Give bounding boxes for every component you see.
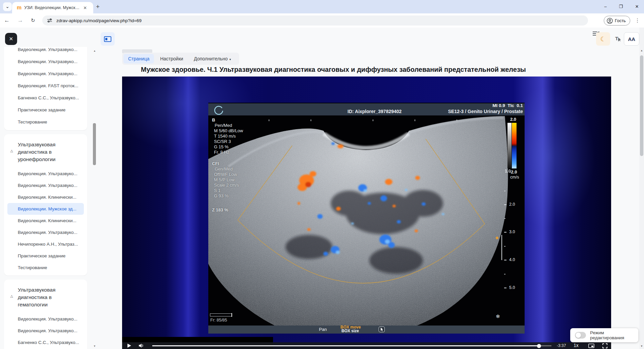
b-mode-label: B bbox=[212, 117, 215, 123]
cfi-param: Gen/Med bbox=[215, 166, 232, 172]
edit-mode-control: Режим редактирования bbox=[570, 328, 638, 342]
b-mode-param: SC/SR 3 bbox=[214, 139, 231, 145]
page-tabs: Страница Настройки Дополнительно▾ bbox=[122, 53, 239, 65]
depth-label: 2.0 bbox=[509, 202, 515, 207]
section-title: Ультразвуковая диагностика в уронефролог… bbox=[18, 142, 55, 162]
sidebar-item[interactable]: Багненко С.С., Ультразвуко... bbox=[4, 337, 87, 348]
pointer-mode-icon bbox=[379, 327, 385, 332]
tab-search-chevron-icon[interactable]: ⌄ bbox=[3, 2, 12, 11]
cfi-param: S 1 bbox=[214, 188, 221, 194]
video-controls-bar: -3:37 1x bbox=[122, 342, 611, 349]
sidebar-item[interactable]: Нечипоренко А.Н., Ультраз... bbox=[4, 238, 87, 250]
back-icon[interactable]: ← bbox=[4, 13, 10, 28]
tab-settings[interactable]: Настройки bbox=[155, 54, 188, 63]
course-section-card: △ Ультразвуковая диагностика в уронефрол… bbox=[4, 134, 87, 276]
velocity-color-bar bbox=[512, 123, 517, 168]
sidebar-item-current[interactable]: Видеолекции. Мужское зд... bbox=[7, 203, 84, 215]
tab-more[interactable]: Дополнительно▾ bbox=[189, 54, 235, 63]
sidebar-item[interactable]: Видеолекция. FAST проток... bbox=[4, 80, 87, 92]
sidebar-item[interactable]: Видеолекция. Ультразвуко... bbox=[4, 313, 87, 325]
pip-icon[interactable] bbox=[588, 344, 594, 348]
edit-mode-toggle[interactable] bbox=[575, 332, 586, 339]
playback-speed-button[interactable]: 1x bbox=[574, 343, 579, 348]
url-text: zdrav-apkipp.ru/mod/page/view.php?id=69 bbox=[56, 18, 142, 23]
ultrasound-fan-image bbox=[208, 103, 525, 334]
sidebar-item[interactable]: Практическое задание bbox=[4, 250, 87, 262]
sidebar-scroll-down-icon[interactable]: ▾ bbox=[93, 344, 97, 348]
window-close-button[interactable]: ✕ bbox=[631, 0, 643, 13]
cine-progress bbox=[210, 313, 232, 316]
seek-handle[interactable] bbox=[537, 344, 541, 348]
browser-tab-strip: ⌄ m УЗИ: Видеолекции. Мужское з ✕ + – ❐ … bbox=[0, 0, 644, 13]
window-minimize-button[interactable]: – bbox=[600, 0, 611, 13]
video-player[interactable]: MI 0.9 TIc 0.1 ID: Aixplorer_397829402 S… bbox=[122, 77, 611, 349]
b-mode-param: M 5/60 dB/Low bbox=[214, 128, 243, 134]
new-tab-button[interactable]: + bbox=[96, 3, 100, 10]
tab-close-icon[interactable]: ✕ bbox=[83, 5, 87, 10]
sidebar-item[interactable]: Видеолекция. Клинически... bbox=[4, 191, 87, 203]
page-scrollbar-thumb[interactable] bbox=[640, 55, 643, 156]
section-header[interactable]: △ Ультразвуковая диагностика в гематолог… bbox=[4, 283, 87, 310]
sidebar-item[interactable]: Видеолекция. Ультразвуко... bbox=[4, 180, 87, 191]
volume-icon[interactable] bbox=[139, 343, 144, 348]
cfi-label: CFI bbox=[212, 161, 219, 167]
sidebar-item[interactable]: Видеолекция. Ультразвуко... bbox=[4, 168, 87, 180]
pan-label: Pan bbox=[319, 327, 327, 332]
section-collapse-icon[interactable]: △ bbox=[10, 294, 13, 299]
ultrasound-screen: MI 0.9 TIc 0.1 ID: Aixplorer_397829402 S… bbox=[208, 103, 525, 334]
profile-button[interactable]: Гость bbox=[604, 16, 630, 26]
tab-page[interactable]: Страница bbox=[123, 54, 154, 63]
sidebar-item[interactable]: Видеолекция. Ультразвуко... bbox=[4, 68, 87, 80]
accessibility-tool-icon[interactable]: T bbox=[614, 35, 621, 43]
tab-title: УЗИ: Видеолекции. Мужское з bbox=[24, 5, 81, 10]
font-size-button[interactable]: AA bbox=[624, 32, 639, 46]
sidebar-item[interactable]: Видеолекция. Клинически... bbox=[4, 215, 87, 227]
browser-menu-icon[interactable]: ⋮ bbox=[635, 13, 640, 28]
color-bar-min: -2.0 bbox=[509, 169, 517, 174]
course-section-card: Видеолекция. Ультразвуко... Видеолекции.… bbox=[4, 47, 87, 130]
fullscreen-icon[interactable] bbox=[602, 343, 607, 348]
chevron-down-icon: ▾ bbox=[229, 58, 231, 61]
sidebar-item[interactable]: Видеолекция. Ультразвуко... bbox=[4, 47, 87, 56]
b-mode-param: G 15 % bbox=[214, 144, 228, 150]
forward-icon[interactable]: → bbox=[17, 13, 23, 28]
box-size-label: BOX size bbox=[341, 329, 359, 333]
sidebar-item[interactable]: Тестирование bbox=[4, 262, 87, 273]
dark-mode-button[interactable]: ☾ bbox=[596, 32, 610, 46]
page-scroll-down-icon[interactable]: ▾ bbox=[640, 344, 644, 348]
seek-bar[interactable] bbox=[152, 345, 551, 346]
section-collapse-icon[interactable]: △ bbox=[10, 149, 13, 153]
profile-label: Гость bbox=[615, 18, 626, 23]
sidebar-item[interactable]: Практическое задание bbox=[4, 104, 87, 116]
sidebar-item[interactable]: Видеолекция. Ультразвуко... bbox=[4, 325, 87, 337]
time-remaining: -3:37 bbox=[557, 343, 566, 348]
focus-zone-indicator bbox=[501, 235, 502, 260]
url-field[interactable]: zdrav-apkipp.ru/mod/page/view.php?id=69 bbox=[42, 15, 588, 26]
close-course-index-button[interactable]: ✕ bbox=[5, 33, 17, 45]
sidebar-scrollbar-thumb[interactable] bbox=[93, 123, 96, 165]
site-settings-icon[interactable] bbox=[47, 18, 52, 23]
open-block-drawer-button[interactable] bbox=[101, 32, 115, 46]
sidebar-scroll-up-icon[interactable]: ▴ bbox=[93, 49, 97, 52]
b-mode-param: Fr. 8 Hz bbox=[214, 150, 229, 155]
sidebar-item[interactable]: Видеолекция. Ультразвуко... bbox=[4, 227, 87, 238]
moodle-favicon-icon: m bbox=[17, 5, 21, 10]
cfi-param: Off/WF Low bbox=[214, 172, 237, 178]
b-mode-param: Pen/Med bbox=[215, 123, 232, 129]
browser-address-bar: ← → ↻ zdrav-apkipp.ru/mod/page/view.php?… bbox=[0, 13, 644, 28]
edit-mode-label: Режим редактирования bbox=[590, 330, 638, 340]
play-button[interactable] bbox=[127, 344, 131, 348]
section-header[interactable]: △ Ультразвуковая диагностика в уронефрол… bbox=[4, 138, 87, 164]
browser-tab[interactable]: m УЗИ: Видеолекции. Мужское з ✕ bbox=[12, 2, 93, 13]
sidebar-item[interactable]: Багненко С.С., Ультразвуко... bbox=[4, 92, 87, 104]
window-maximize-button[interactable]: ❐ bbox=[615, 0, 627, 13]
reload-icon[interactable]: ↻ bbox=[31, 13, 35, 28]
focus-marker-dot bbox=[496, 237, 498, 239]
sidebar-item[interactable]: Тестирование bbox=[4, 116, 87, 128]
page-scroll-up-icon[interactable]: ▴ bbox=[640, 49, 644, 52]
freeze-snowflake-icon: ❄ bbox=[496, 313, 500, 319]
block-drawer-icon bbox=[104, 36, 111, 42]
ultrasound-toolbar: Pan BOX move BOX size bbox=[208, 326, 525, 334]
sidebar-item[interactable]: Видеолекции. Ультразвуко... bbox=[4, 56, 87, 68]
depth-label: 5.0 bbox=[509, 285, 515, 290]
